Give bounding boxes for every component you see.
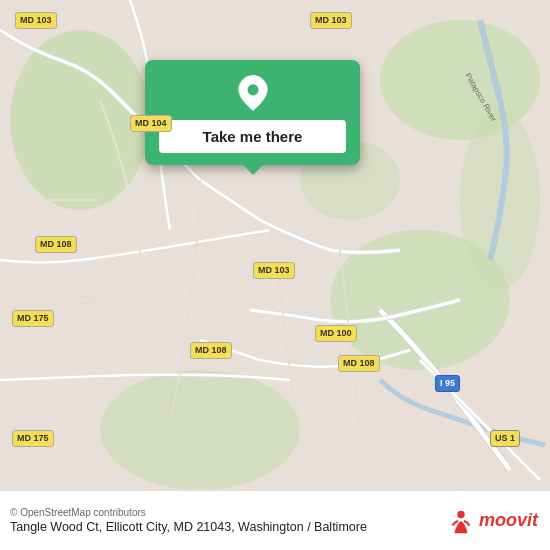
moovit-wordmark: moovit <box>479 510 538 531</box>
take-me-there-button[interactable]: Take me there <box>159 120 346 153</box>
road-badge-i95: I 95 <box>435 375 460 392</box>
svg-point-12 <box>457 510 464 517</box>
moovit-icon <box>447 507 475 535</box>
road-badge-md103-topcenter: MD 103 <box>310 12 352 29</box>
location-pin-icon <box>234 74 272 112</box>
address-text: Tangle Wood Ct, Ellicott City, MD 21043,… <box>10 520 367 534</box>
osm-credit: © OpenStreetMap contributors <box>10 507 367 518</box>
road-badge-md103-topleft: MD 103 <box>15 12 57 29</box>
road-badge-us1: US 1 <box>490 430 520 447</box>
road-badge-md103-center: MD 103 <box>253 262 295 279</box>
road-badge-md100: MD 100 <box>315 325 357 342</box>
road-badge-md104: MD 104 <box>130 115 172 132</box>
footer-bar: © OpenStreetMap contributors Tangle Wood… <box>0 490 550 550</box>
svg-point-4 <box>100 370 300 490</box>
moovit-logo: moovit <box>447 507 538 535</box>
popup-card: Take me there <box>145 60 360 165</box>
map-container: Patapsco River Take me there MD 103 MD 1… <box>0 0 550 490</box>
svg-point-1 <box>10 30 150 210</box>
svg-point-11 <box>247 84 258 95</box>
road-badge-md108-center: MD 108 <box>190 342 232 359</box>
road-badge-md108-right: MD 108 <box>338 355 380 372</box>
road-badge-md175-lower: MD 175 <box>12 430 54 447</box>
road-badge-md175-upper: MD 175 <box>12 310 54 327</box>
footer-left: © OpenStreetMap contributors Tangle Wood… <box>10 507 367 534</box>
road-badge-md108-left: MD 108 <box>35 236 77 253</box>
